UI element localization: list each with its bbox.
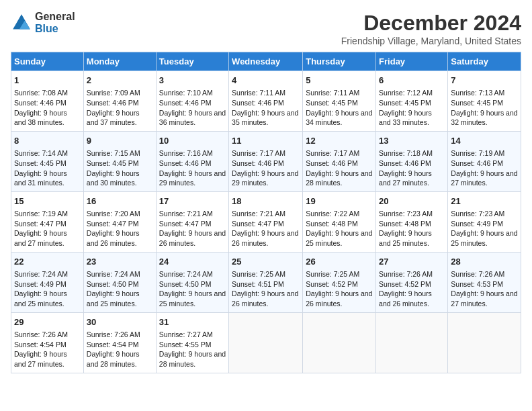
sunset: Sunset: 4:45 PM — [451, 99, 503, 107]
col-header-friday: Friday — [376, 52, 448, 71]
calendar-header-row: SundayMondayTuesdayWednesdayThursdayFrid… — [11, 52, 521, 71]
sunrise: Sunrise: 7:26 AM — [451, 270, 504, 278]
calendar-cell: 4Sunrise: 7:11 AMSunset: 4:46 PMDaylight… — [229, 71, 303, 132]
week-row-1: 1Sunrise: 7:08 AMSunset: 4:46 PMDaylight… — [11, 71, 521, 132]
sunset: Sunset: 4:49 PM — [451, 220, 503, 228]
page-header: General Blue December 2024 Friendship Vi… — [11, 11, 521, 46]
daylight: Daylight: 9 hours and 28 minutes. — [159, 350, 226, 368]
sunset: Sunset: 4:50 PM — [87, 280, 139, 288]
day-number: 18 — [232, 195, 300, 208]
calendar-cell: 21Sunrise: 7:23 AMSunset: 4:49 PMDayligh… — [448, 191, 521, 252]
sunset: Sunset: 4:54 PM — [14, 340, 66, 349]
calendar-cell — [303, 312, 376, 373]
day-number: 26 — [306, 256, 373, 268]
day-number: 31 — [159, 316, 226, 328]
day-number: 9 — [87, 135, 153, 147]
sunrise: Sunrise: 7:12 AM — [379, 89, 433, 97]
sunrise: Sunrise: 7:26 AM — [14, 330, 68, 338]
title-block: December 2024 Friendship Village, Maryla… — [341, 11, 521, 46]
sunrise: Sunrise: 7:24 AM — [159, 270, 213, 278]
calendar-cell: 27Sunrise: 7:26 AMSunset: 4:52 PMDayligh… — [376, 252, 448, 312]
calendar-cell: 1Sunrise: 7:08 AMSunset: 4:46 PMDaylight… — [11, 71, 84, 132]
daylight: Daylight: 9 hours and 27 minutes. — [451, 289, 517, 308]
sunset: Sunset: 4:47 PM — [14, 220, 66, 228]
sunset: Sunset: 4:47 PM — [159, 220, 212, 228]
daylight: Daylight: 9 hours and 26 minutes. — [232, 289, 298, 308]
daylight: Daylight: 9 hours and 30 minutes. — [87, 169, 140, 187]
daylight: Daylight: 9 hours and 28 minutes. — [306, 169, 372, 187]
day-number: 21 — [451, 195, 518, 208]
sunrise: Sunrise: 7:16 AM — [159, 149, 213, 157]
daylight: Daylight: 9 hours and 25 minutes. — [306, 229, 372, 247]
day-number: 5 — [306, 75, 373, 87]
col-header-wednesday: Wednesday — [229, 52, 303, 71]
calendar-cell: 14Sunrise: 7:19 AMSunset: 4:46 PMDayligh… — [448, 131, 521, 191]
day-number: 22 — [14, 256, 81, 268]
day-number: 17 — [159, 195, 226, 208]
sunrise: Sunrise: 7:24 AM — [14, 270, 68, 278]
sunset: Sunset: 4:55 PM — [159, 340, 212, 349]
sunrise: Sunrise: 7:27 AM — [159, 330, 213, 338]
daylight: Daylight: 9 hours and 27 minutes. — [14, 229, 67, 247]
sunrise: Sunrise: 7:23 AM — [451, 210, 504, 218]
calendar-cell: 10Sunrise: 7:16 AMSunset: 4:46 PMDayligh… — [156, 131, 228, 191]
calendar-cell: 25Sunrise: 7:25 AMSunset: 4:51 PMDayligh… — [229, 252, 303, 312]
sunset: Sunset: 4:46 PM — [14, 99, 66, 107]
calendar-cell: 23Sunrise: 7:24 AMSunset: 4:50 PMDayligh… — [83, 252, 156, 312]
sunset: Sunset: 4:46 PM — [379, 159, 431, 167]
sunset: Sunset: 4:45 PM — [87, 159, 139, 167]
day-number: 19 — [306, 195, 373, 208]
sunrise: Sunrise: 7:17 AM — [232, 149, 285, 157]
day-number: 12 — [306, 135, 373, 147]
calendar-cell — [376, 312, 448, 373]
daylight: Daylight: 9 hours and 27 minutes. — [379, 169, 432, 187]
sunrise: Sunrise: 7:14 AM — [14, 149, 68, 157]
sunrise: Sunrise: 7:25 AM — [306, 270, 359, 278]
daylight: Daylight: 9 hours and 38 minutes. — [14, 109, 67, 127]
sunrise: Sunrise: 7:19 AM — [14, 210, 68, 218]
week-row-2: 8Sunrise: 7:14 AMSunset: 4:45 PMDaylight… — [11, 131, 521, 191]
col-header-sunday: Sunday — [11, 52, 84, 71]
sunset: Sunset: 4:47 PM — [87, 220, 139, 228]
daylight: Daylight: 9 hours and 25 minutes. — [87, 289, 140, 308]
sunrise: Sunrise: 7:22 AM — [306, 210, 359, 218]
location-subtitle: Friendship Village, Maryland, United Sta… — [341, 36, 521, 46]
daylight: Daylight: 9 hours and 25 minutes. — [379, 229, 432, 247]
daylight: Daylight: 9 hours and 26 minutes. — [232, 229, 298, 247]
daylight: Daylight: 9 hours and 27 minutes. — [14, 350, 67, 368]
col-header-monday: Monday — [83, 52, 156, 71]
day-number: 25 — [232, 256, 300, 268]
calendar-cell: 29Sunrise: 7:26 AMSunset: 4:54 PMDayligh… — [11, 312, 84, 373]
col-header-thursday: Thursday — [303, 52, 376, 71]
sunset: Sunset: 4:45 PM — [14, 159, 66, 167]
calendar-cell: 26Sunrise: 7:25 AMSunset: 4:52 PMDayligh… — [303, 252, 376, 312]
sunset: Sunset: 4:46 PM — [87, 99, 139, 107]
sunset: Sunset: 4:46 PM — [159, 99, 212, 107]
sunrise: Sunrise: 7:13 AM — [451, 89, 504, 97]
calendar-cell: 17Sunrise: 7:21 AMSunset: 4:47 PMDayligh… — [156, 191, 228, 252]
sunset: Sunset: 4:46 PM — [159, 159, 212, 167]
calendar-cell: 19Sunrise: 7:22 AMSunset: 4:48 PMDayligh… — [303, 191, 376, 252]
logo: General Blue — [11, 11, 75, 34]
calendar-cell: 31Sunrise: 7:27 AMSunset: 4:55 PMDayligh… — [156, 312, 228, 373]
day-number: 23 — [87, 256, 153, 268]
sunset: Sunset: 4:53 PM — [451, 280, 503, 288]
calendar-table: SundayMondayTuesdayWednesdayThursdayFrid… — [11, 52, 521, 373]
sunset: Sunset: 4:54 PM — [87, 340, 139, 349]
calendar-cell: 11Sunrise: 7:17 AMSunset: 4:46 PMDayligh… — [229, 131, 303, 191]
sunrise: Sunrise: 7:11 AM — [232, 89, 285, 97]
calendar-cell: 3Sunrise: 7:10 AMSunset: 4:46 PMDaylight… — [156, 71, 228, 132]
daylight: Daylight: 9 hours and 29 minutes. — [232, 169, 298, 187]
calendar-cell: 16Sunrise: 7:20 AMSunset: 4:47 PMDayligh… — [83, 191, 156, 252]
sunrise: Sunrise: 7:24 AM — [87, 270, 140, 278]
daylight: Daylight: 9 hours and 29 minutes. — [159, 169, 226, 187]
sunset: Sunset: 4:46 PM — [232, 159, 284, 167]
calendar-cell: 24Sunrise: 7:24 AMSunset: 4:50 PMDayligh… — [156, 252, 228, 312]
calendar-cell: 7Sunrise: 7:13 AMSunset: 4:45 PMDaylight… — [448, 71, 521, 132]
day-number: 30 — [87, 316, 153, 328]
sunrise: Sunrise: 7:19 AM — [451, 149, 504, 157]
calendar-cell: 9Sunrise: 7:15 AMSunset: 4:45 PMDaylight… — [83, 131, 156, 191]
sunset: Sunset: 4:45 PM — [379, 99, 431, 107]
calendar-cell — [448, 312, 521, 373]
sunset: Sunset: 4:45 PM — [306, 99, 358, 107]
